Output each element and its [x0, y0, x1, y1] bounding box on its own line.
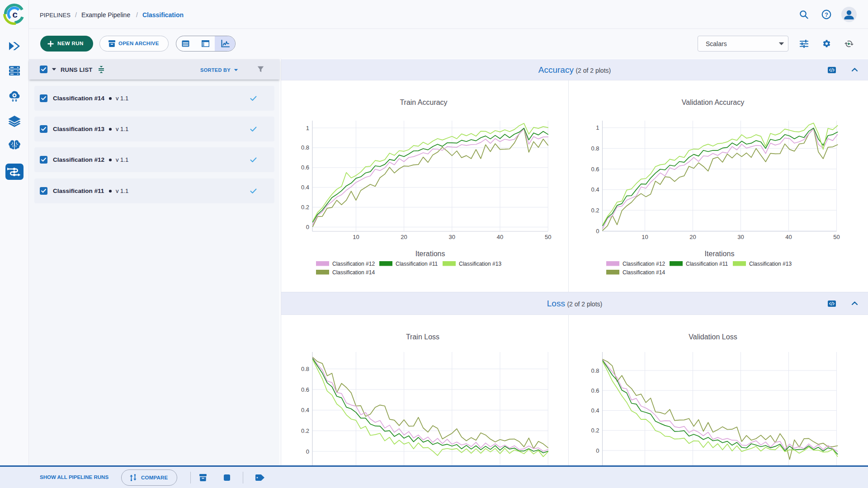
svg-text:0: 0 — [596, 447, 599, 454]
svg-text:Iterations: Iterations — [705, 250, 735, 258]
svg-text:Classification #12: Classification #12 — [332, 261, 375, 267]
svg-text:0.8: 0.8 — [301, 366, 309, 372]
svg-text:0: 0 — [306, 448, 309, 455]
svg-text:0.6: 0.6 — [591, 387, 599, 394]
svg-text:50: 50 — [833, 234, 840, 240]
svg-text:?: ? — [825, 12, 828, 18]
svg-text:0.6: 0.6 — [301, 386, 309, 393]
svg-text:0.4: 0.4 — [591, 407, 599, 414]
svg-text:0: 0 — [596, 228, 599, 235]
svg-text:Classification #11: Classification #11 — [396, 261, 438, 267]
svg-text:0.6: 0.6 — [301, 164, 309, 171]
svg-text:10: 10 — [353, 234, 359, 240]
svg-text:Iterations: Iterations — [415, 250, 445, 258]
svg-text:Classification #11: Classification #11 — [686, 261, 728, 267]
svg-text:Classification #13: Classification #13 — [459, 261, 501, 267]
svg-text:50: 50 — [545, 234, 551, 240]
svg-text:c: c — [12, 9, 18, 19]
svg-text:10: 10 — [642, 234, 648, 240]
svg-text:Classification #13: Classification #13 — [749, 261, 792, 267]
svg-text:0.2: 0.2 — [591, 427, 599, 434]
svg-text:Classification #14: Classification #14 — [623, 269, 665, 276]
svg-text:0.8: 0.8 — [591, 367, 599, 374]
svg-text:0: 0 — [306, 224, 309, 230]
svg-text:0.8: 0.8 — [591, 145, 599, 152]
svg-text:0.6: 0.6 — [591, 166, 599, 173]
svg-text:Classification #12: Classification #12 — [623, 261, 665, 267]
svg-text:Classification #14: Classification #14 — [332, 269, 375, 276]
svg-text:0.2: 0.2 — [301, 427, 309, 434]
svg-text:0.4: 0.4 — [301, 407, 309, 413]
svg-text:40: 40 — [497, 234, 503, 240]
svg-text:40: 40 — [785, 234, 792, 240]
svg-text:Train Accuracy: Train Accuracy — [400, 99, 447, 106]
svg-text:1: 1 — [306, 125, 309, 131]
svg-text:30: 30 — [449, 234, 455, 240]
svg-text:0.8: 0.8 — [301, 144, 309, 151]
svg-text:Train Loss: Train Loss — [406, 333, 439, 341]
svg-text:0.2: 0.2 — [591, 207, 599, 214]
svg-text:Validation Loss: Validation Loss — [689, 333, 737, 341]
svg-text:0.4: 0.4 — [301, 184, 309, 191]
svg-text:Validation Accuracy: Validation Accuracy — [682, 99, 744, 106]
svg-text:20: 20 — [689, 234, 696, 240]
svg-text:0.4: 0.4 — [591, 186, 599, 193]
svg-text:30: 30 — [737, 234, 744, 240]
svg-text:0.2: 0.2 — [301, 204, 309, 211]
svg-text:1: 1 — [596, 124, 599, 131]
svg-text:20: 20 — [401, 234, 407, 240]
